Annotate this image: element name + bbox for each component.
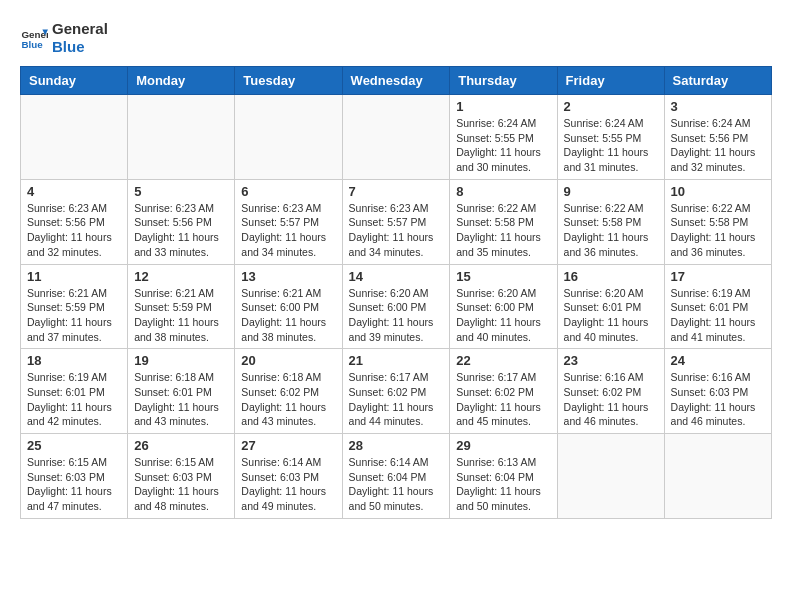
day-cell: 2Sunrise: 6:24 AMSunset: 5:55 PMDaylight… bbox=[557, 95, 664, 180]
day-number: 25 bbox=[27, 438, 121, 453]
day-number: 22 bbox=[456, 353, 550, 368]
day-info: Sunrise: 6:23 AMSunset: 5:56 PMDaylight:… bbox=[134, 201, 228, 260]
day-cell bbox=[557, 434, 664, 519]
day-cell: 21Sunrise: 6:17 AMSunset: 6:02 PMDayligh… bbox=[342, 349, 450, 434]
day-header-sunday: Sunday bbox=[21, 67, 128, 95]
day-cell bbox=[21, 95, 128, 180]
day-info: Sunrise: 6:24 AMSunset: 5:56 PMDaylight:… bbox=[671, 116, 765, 175]
day-info: Sunrise: 6:22 AMSunset: 5:58 PMDaylight:… bbox=[456, 201, 550, 260]
day-info: Sunrise: 6:24 AMSunset: 5:55 PMDaylight:… bbox=[456, 116, 550, 175]
day-cell: 16Sunrise: 6:20 AMSunset: 6:01 PMDayligh… bbox=[557, 264, 664, 349]
day-info: Sunrise: 6:16 AMSunset: 6:02 PMDaylight:… bbox=[564, 370, 658, 429]
day-number: 8 bbox=[456, 184, 550, 199]
day-number: 3 bbox=[671, 99, 765, 114]
day-cell: 8Sunrise: 6:22 AMSunset: 5:58 PMDaylight… bbox=[450, 179, 557, 264]
day-number: 12 bbox=[134, 269, 228, 284]
day-number: 16 bbox=[564, 269, 658, 284]
day-cell bbox=[342, 95, 450, 180]
day-number: 2 bbox=[564, 99, 658, 114]
day-cell bbox=[128, 95, 235, 180]
day-number: 26 bbox=[134, 438, 228, 453]
day-info: Sunrise: 6:21 AMSunset: 5:59 PMDaylight:… bbox=[27, 286, 121, 345]
day-number: 7 bbox=[349, 184, 444, 199]
day-number: 27 bbox=[241, 438, 335, 453]
day-cell: 6Sunrise: 6:23 AMSunset: 5:57 PMDaylight… bbox=[235, 179, 342, 264]
day-cell: 17Sunrise: 6:19 AMSunset: 6:01 PMDayligh… bbox=[664, 264, 771, 349]
day-info: Sunrise: 6:17 AMSunset: 6:02 PMDaylight:… bbox=[349, 370, 444, 429]
day-header-tuesday: Tuesday bbox=[235, 67, 342, 95]
day-info: Sunrise: 6:20 AMSunset: 6:01 PMDaylight:… bbox=[564, 286, 658, 345]
day-number: 1 bbox=[456, 99, 550, 114]
day-info: Sunrise: 6:20 AMSunset: 6:00 PMDaylight:… bbox=[456, 286, 550, 345]
day-info: Sunrise: 6:21 AMSunset: 6:00 PMDaylight:… bbox=[241, 286, 335, 345]
day-info: Sunrise: 6:19 AMSunset: 6:01 PMDaylight:… bbox=[27, 370, 121, 429]
day-info: Sunrise: 6:14 AMSunset: 6:03 PMDaylight:… bbox=[241, 455, 335, 514]
day-info: Sunrise: 6:15 AMSunset: 6:03 PMDaylight:… bbox=[134, 455, 228, 514]
day-cell bbox=[235, 95, 342, 180]
week-row-5: 25Sunrise: 6:15 AMSunset: 6:03 PMDayligh… bbox=[21, 434, 772, 519]
day-number: 13 bbox=[241, 269, 335, 284]
day-cell: 14Sunrise: 6:20 AMSunset: 6:00 PMDayligh… bbox=[342, 264, 450, 349]
day-number: 28 bbox=[349, 438, 444, 453]
day-cell: 15Sunrise: 6:20 AMSunset: 6:00 PMDayligh… bbox=[450, 264, 557, 349]
calendar: SundayMondayTuesdayWednesdayThursdayFrid… bbox=[20, 66, 772, 519]
day-cell: 4Sunrise: 6:23 AMSunset: 5:56 PMDaylight… bbox=[21, 179, 128, 264]
day-cell: 29Sunrise: 6:13 AMSunset: 6:04 PMDayligh… bbox=[450, 434, 557, 519]
day-info: Sunrise: 6:24 AMSunset: 5:55 PMDaylight:… bbox=[564, 116, 658, 175]
day-cell: 7Sunrise: 6:23 AMSunset: 5:57 PMDaylight… bbox=[342, 179, 450, 264]
logo-blue: Blue bbox=[52, 38, 85, 55]
day-cell: 28Sunrise: 6:14 AMSunset: 6:04 PMDayligh… bbox=[342, 434, 450, 519]
day-info: Sunrise: 6:19 AMSunset: 6:01 PMDaylight:… bbox=[671, 286, 765, 345]
day-cell: 11Sunrise: 6:21 AMSunset: 5:59 PMDayligh… bbox=[21, 264, 128, 349]
day-cell bbox=[664, 434, 771, 519]
logo: General Blue General Blue bbox=[20, 20, 108, 56]
day-cell: 3Sunrise: 6:24 AMSunset: 5:56 PMDaylight… bbox=[664, 95, 771, 180]
day-info: Sunrise: 6:22 AMSunset: 5:58 PMDaylight:… bbox=[671, 201, 765, 260]
logo-icon: General Blue bbox=[20, 24, 48, 52]
day-cell: 18Sunrise: 6:19 AMSunset: 6:01 PMDayligh… bbox=[21, 349, 128, 434]
day-info: Sunrise: 6:16 AMSunset: 6:03 PMDaylight:… bbox=[671, 370, 765, 429]
day-number: 10 bbox=[671, 184, 765, 199]
day-info: Sunrise: 6:21 AMSunset: 5:59 PMDaylight:… bbox=[134, 286, 228, 345]
day-cell: 26Sunrise: 6:15 AMSunset: 6:03 PMDayligh… bbox=[128, 434, 235, 519]
day-cell: 13Sunrise: 6:21 AMSunset: 6:00 PMDayligh… bbox=[235, 264, 342, 349]
day-info: Sunrise: 6:18 AMSunset: 6:01 PMDaylight:… bbox=[134, 370, 228, 429]
day-cell: 9Sunrise: 6:22 AMSunset: 5:58 PMDaylight… bbox=[557, 179, 664, 264]
day-cell: 12Sunrise: 6:21 AMSunset: 5:59 PMDayligh… bbox=[128, 264, 235, 349]
day-number: 14 bbox=[349, 269, 444, 284]
day-number: 5 bbox=[134, 184, 228, 199]
day-number: 18 bbox=[27, 353, 121, 368]
week-row-3: 11Sunrise: 6:21 AMSunset: 5:59 PMDayligh… bbox=[21, 264, 772, 349]
day-info: Sunrise: 6:13 AMSunset: 6:04 PMDaylight:… bbox=[456, 455, 550, 514]
day-number: 15 bbox=[456, 269, 550, 284]
day-cell: 19Sunrise: 6:18 AMSunset: 6:01 PMDayligh… bbox=[128, 349, 235, 434]
calendar-header-row: SundayMondayTuesdayWednesdayThursdayFrid… bbox=[21, 67, 772, 95]
day-number: 23 bbox=[564, 353, 658, 368]
day-info: Sunrise: 6:17 AMSunset: 6:02 PMDaylight:… bbox=[456, 370, 550, 429]
day-cell: 1Sunrise: 6:24 AMSunset: 5:55 PMDaylight… bbox=[450, 95, 557, 180]
day-cell: 20Sunrise: 6:18 AMSunset: 6:02 PMDayligh… bbox=[235, 349, 342, 434]
day-info: Sunrise: 6:14 AMSunset: 6:04 PMDaylight:… bbox=[349, 455, 444, 514]
day-cell: 22Sunrise: 6:17 AMSunset: 6:02 PMDayligh… bbox=[450, 349, 557, 434]
day-info: Sunrise: 6:18 AMSunset: 6:02 PMDaylight:… bbox=[241, 370, 335, 429]
day-number: 20 bbox=[241, 353, 335, 368]
day-cell: 10Sunrise: 6:22 AMSunset: 5:58 PMDayligh… bbox=[664, 179, 771, 264]
day-header-saturday: Saturday bbox=[664, 67, 771, 95]
day-header-monday: Monday bbox=[128, 67, 235, 95]
day-cell: 25Sunrise: 6:15 AMSunset: 6:03 PMDayligh… bbox=[21, 434, 128, 519]
day-number: 24 bbox=[671, 353, 765, 368]
day-header-thursday: Thursday bbox=[450, 67, 557, 95]
day-info: Sunrise: 6:15 AMSunset: 6:03 PMDaylight:… bbox=[27, 455, 121, 514]
day-info: Sunrise: 6:23 AMSunset: 5:56 PMDaylight:… bbox=[27, 201, 121, 260]
day-number: 21 bbox=[349, 353, 444, 368]
day-cell: 23Sunrise: 6:16 AMSunset: 6:02 PMDayligh… bbox=[557, 349, 664, 434]
day-number: 6 bbox=[241, 184, 335, 199]
day-number: 4 bbox=[27, 184, 121, 199]
day-cell: 27Sunrise: 6:14 AMSunset: 6:03 PMDayligh… bbox=[235, 434, 342, 519]
day-info: Sunrise: 6:23 AMSunset: 5:57 PMDaylight:… bbox=[241, 201, 335, 260]
day-number: 11 bbox=[27, 269, 121, 284]
day-cell: 24Sunrise: 6:16 AMSunset: 6:03 PMDayligh… bbox=[664, 349, 771, 434]
day-number: 17 bbox=[671, 269, 765, 284]
day-number: 9 bbox=[564, 184, 658, 199]
svg-text:Blue: Blue bbox=[21, 39, 43, 50]
